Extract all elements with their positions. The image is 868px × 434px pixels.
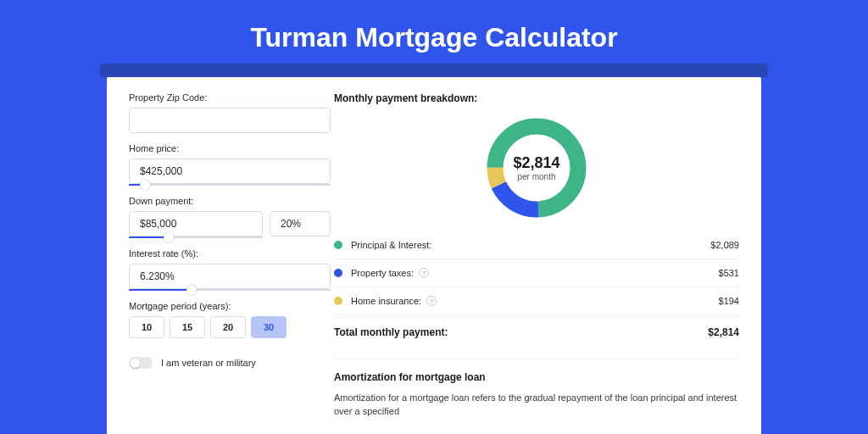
home-price-label: Home price: [129,143,334,153]
total-label: Total monthly payment: [334,326,448,338]
dot-icon [334,241,342,249]
down-payment-input[interactable] [129,211,263,236]
amortization-section: Amortization for mortgage loan Amortizat… [334,359,739,419]
info-icon[interactable]: ? [419,268,429,278]
amortization-body: Amortization for a mortgage loan refers … [334,392,739,419]
legend-label: Property taxes: [351,268,414,278]
amortization-title: Amortization for mortgage loan [334,371,739,383]
breakdown-title: Monthly payment breakdown: [334,92,739,104]
calculator-card: Property Zip Code: Home price: Down paym… [107,77,761,434]
home-price-slider[interactable] [129,184,331,186]
down-payment-slider[interactable] [129,236,263,238]
period-label: Mortgage period (years): [129,301,334,311]
period-pills: 10 15 20 30 [129,316,334,338]
interest-input[interactable] [129,264,331,289]
total-value: $2,814 [708,326,739,338]
legend-label: Principal & Interest: [351,240,431,250]
down-payment-pct-input[interactable] [270,211,331,236]
period-option-20[interactable]: 20 [210,316,246,338]
info-icon[interactable]: ? [426,296,437,306]
legend-row-insurance: Home insurance: ? $194 [334,287,739,315]
form-panel: Property Zip Code: Home price: Down paym… [107,77,334,434]
dot-icon [334,269,342,277]
legend-row-taxes: Property taxes: ? $531 [334,259,739,287]
zip-label: Property Zip Code: [129,92,334,103]
card-shadow [100,64,768,77]
legend: Principal & Interest: $2,089 Property ta… [334,231,739,350]
legend-total-row: Total monthly payment: $2,814 [334,317,739,350]
dot-icon [334,297,342,305]
page-title: Turman Mortgage Calculator [0,0,868,64]
period-option-30[interactable]: 30 [251,316,287,338]
breakdown-panel: Monthly payment breakdown: $2,814 per mo… [334,77,761,434]
donut-sub: per month [517,172,555,181]
veteran-toggle[interactable] [129,357,153,369]
legend-row-principal: Principal & Interest: $2,089 [334,231,739,259]
period-option-15[interactable]: 15 [170,316,205,338]
interest-slider[interactable] [129,289,331,291]
donut-chart: $2,814 per month [485,116,588,220]
legend-amount: $531 [719,268,739,278]
down-payment-label: Down payment: [129,196,334,206]
legend-amount: $194 [719,296,739,306]
period-option-10[interactable]: 10 [129,316,164,338]
legend-label: Home insurance: [351,296,421,306]
veteran-label: I am veteran or military [161,358,256,368]
donut-value: $2,814 [513,154,559,172]
legend-amount: $2,089 [710,240,739,250]
home-price-input[interactable] [129,159,331,184]
zip-input[interactable] [129,108,331,133]
interest-label: Interest rate (%): [129,248,334,259]
